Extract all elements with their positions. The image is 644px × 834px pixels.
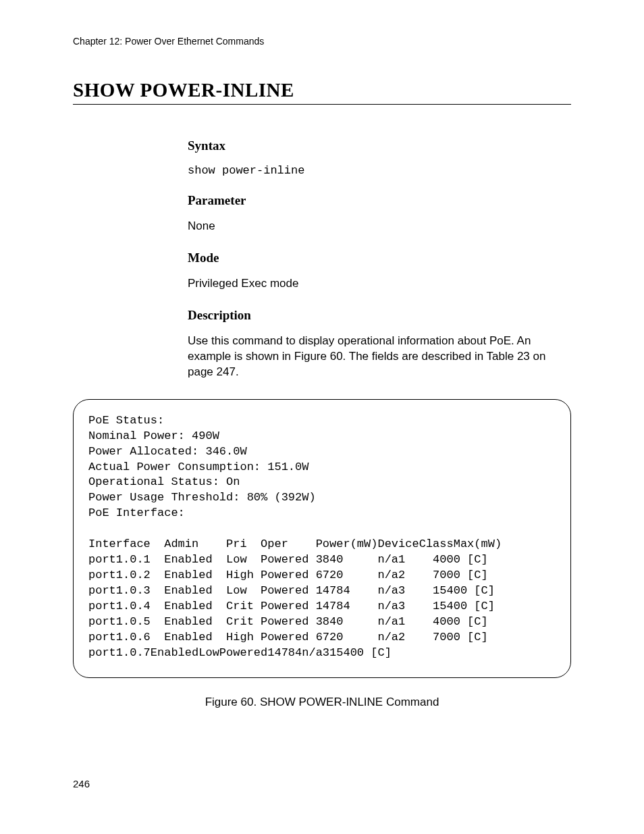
output-table-row: port1.0.1 Enabled Low Powered 3840 n/a1 … (88, 553, 488, 566)
output-line: Power Usage Threshold: 80% (392W) (88, 491, 316, 504)
page-number: 246 (73, 778, 90, 789)
output-table-row: port1.0.6 Enabled High Powered 6720 n/a2… (88, 631, 488, 644)
mode-content: Privileged Exec mode (188, 276, 571, 292)
heading-syntax: Syntax (188, 138, 571, 153)
output-line: Operational Status: On (88, 475, 240, 488)
output-table-row: port1.0.3 Enabled Low Powered 14784 n/a3… (88, 584, 495, 597)
figure-caption: Figure 60. SHOW POWER-INLINE Command (73, 696, 571, 709)
output-line: PoE Status: (88, 414, 164, 427)
description-content: Use this command to display operational … (188, 334, 571, 380)
output-table-header: Interface Admin Pri Oper Power(mW)Device… (88, 538, 502, 550)
parameter-content: None (188, 219, 571, 234)
output-table-row: port1.0.5 Enabled Crit Powered 3840 n/a1… (88, 615, 488, 628)
output-table-row: port1.0.2 Enabled High Powered 6720 n/a2… (88, 569, 488, 581)
output-line: Actual Power Consumption: 151.0W (88, 461, 308, 473)
heading-parameter: Parameter (188, 193, 571, 208)
command-output-box: PoE Status: Nominal Power: 490W Power Al… (73, 399, 571, 678)
output-table-row: port1.0.4 Enabled Crit Powered 14784 n/a… (88, 600, 495, 613)
heading-mode: Mode (188, 251, 571, 265)
output-line: Nominal Power: 490W (88, 429, 219, 442)
page-title: SHOW POWER-INLINE (73, 79, 571, 105)
syntax-content: show power-inline (188, 164, 571, 177)
chapter-header: Chapter 12: Power Over Ethernet Commands (73, 36, 571, 47)
output-line: PoE Interface: (88, 506, 185, 519)
output-line: Power Allocated: 346.0W (88, 445, 247, 458)
output-table-row: port1.0.7EnabledLowPowered14784n/a315400… (88, 646, 392, 659)
heading-description: Description (188, 308, 571, 323)
